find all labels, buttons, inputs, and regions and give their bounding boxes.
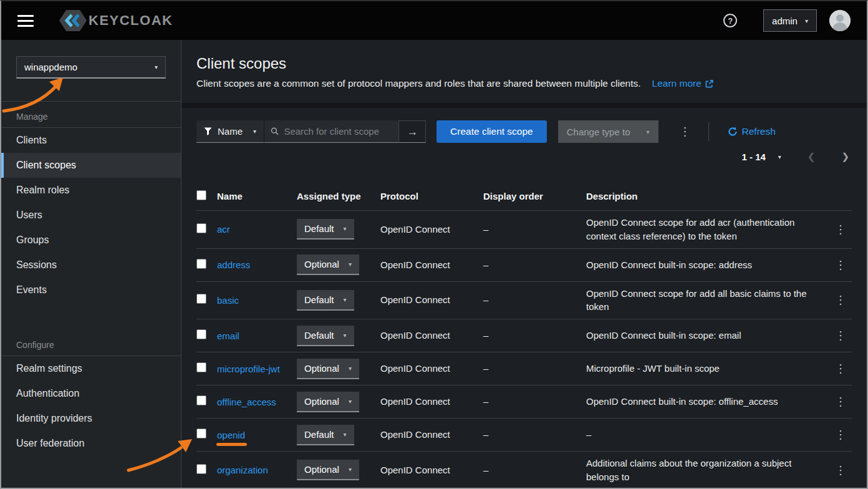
row-kebab-button[interactable]: ⋮ [829, 361, 852, 377]
description-cell: OpenID Connect built-in scope: email [586, 329, 829, 342]
avatar[interactable] [829, 10, 851, 31]
nav-section-manage: ManageClientsClient scopesRealm rolesUse… [1, 102, 181, 303]
column-header-protocol: Protocol [380, 191, 483, 201]
nav-section-label: Manage [1, 102, 181, 127]
refresh-link[interactable]: Refresh [728, 126, 776, 137]
sidebar-item-realm-roles[interactable]: Realm roles [1, 178, 181, 203]
row-checkbox[interactable] [196, 294, 206, 304]
table-row-basic: basicDefault▾OpenID Connect–OpenID Conne… [196, 282, 852, 320]
toolbar-kebab-button[interactable]: ⋮ [675, 123, 696, 140]
learn-more-link[interactable]: Learn more [652, 78, 714, 89]
search-submit-button[interactable]: → [398, 120, 426, 143]
column-header-display-order: Display order [483, 191, 586, 201]
row-checkbox[interactable] [196, 223, 206, 233]
sidebar-item-users[interactable]: Users [1, 203, 181, 228]
sidebar-item-client-scopes[interactable]: Client scopes [1, 153, 181, 178]
sidebar-item-sessions[interactable]: Sessions [1, 253, 181, 278]
realm-selector[interactable]: winappdemo ▾ [16, 56, 166, 79]
refresh-label: Refresh [742, 126, 776, 137]
display-order-cell: – [483, 258, 586, 272]
row-checkbox[interactable] [196, 464, 206, 474]
search-input[interactable] [284, 126, 392, 137]
assigned-type-select[interactable]: Default▾ [297, 219, 354, 240]
chevron-down-icon: ▾ [349, 398, 352, 405]
table-row-organization: organizationOptional▾OpenID Connect–Addi… [196, 452, 852, 489]
help-icon[interactable]: ? [723, 14, 737, 27]
row-checkbox[interactable] [196, 395, 206, 405]
filter-icon [204, 127, 212, 135]
description-cell: Microprofile - JWT built-in scope [586, 362, 829, 375]
scope-name-link[interactable]: address [217, 259, 250, 270]
assigned-type-select[interactable]: Optional▾ [297, 254, 359, 275]
change-type-dropdown[interactable]: Change type to ▾ [558, 120, 658, 143]
learn-more-label: Learn more [652, 78, 702, 89]
row-kebab-button[interactable]: ⋮ [829, 462, 852, 478]
row-checkbox[interactable] [196, 362, 206, 372]
scope-name-link[interactable]: email [217, 331, 239, 341]
assigned-type-select[interactable]: Default▾ [297, 326, 354, 346]
scope-name-link[interactable]: organization [217, 465, 268, 475]
nav-section-label: Configure [1, 330, 181, 356]
row-kebab-button[interactable]: ⋮ [829, 327, 852, 344]
scope-name-link[interactable]: openid [217, 430, 245, 440]
scope-name-link[interactable]: acr [217, 224, 230, 235]
chevron-down-icon: ▾ [344, 225, 347, 232]
protocol-cell: OpenID Connect [380, 463, 483, 477]
pagination-options-toggle[interactable]: ▾ [778, 153, 781, 160]
row-checkbox[interactable] [196, 329, 206, 339]
sidebar-item-identity-providers[interactable]: Identity providers [1, 406, 181, 431]
sidebar-item-realm-settings[interactable]: Realm settings [1, 356, 181, 381]
assigned-type-select[interactable]: Optional▾ [297, 359, 359, 379]
column-header-description: Description [586, 191, 829, 201]
assigned-type-select[interactable]: Default▾ [297, 290, 354, 311]
sidebar-item-events[interactable]: Events [1, 278, 181, 303]
row-checkbox[interactable] [196, 259, 206, 269]
description-cell: – [586, 428, 829, 442]
pagination-next-button[interactable]: ❯ [841, 151, 849, 162]
nav-section-configure: ConfigureRealm settingsAuthenticationIde… [1, 330, 181, 456]
row-kebab-button[interactable]: ⋮ [829, 292, 852, 308]
user-menu-dropdown[interactable]: admin ▾ [763, 9, 817, 32]
table-row-openid: openidDefault▾OpenID Connect––⋮ [196, 419, 852, 452]
scope-name-link[interactable]: offline_access [217, 397, 276, 407]
chevron-down-icon: ▾ [349, 466, 352, 473]
filter-column-toggle[interactable]: Name ▾ [196, 120, 264, 143]
display-order-cell: – [483, 463, 586, 477]
description-cell: Additional claims about the organization… [586, 457, 829, 484]
pagination: 1 - 14 ▾ ❮ ❯ [196, 147, 852, 167]
table-body: acrDefault▾OpenID Connect–OpenID Connect… [196, 211, 852, 489]
assigned-type-value: Optional [304, 464, 339, 475]
chevron-down-icon: ▾ [349, 365, 352, 372]
sidebar: winappdemo ▾ ManageClientsClient scopesR… [1, 40, 181, 489]
external-link-icon [705, 79, 714, 89]
display-order-cell: – [483, 329, 586, 342]
row-kebab-button[interactable]: ⋮ [829, 427, 852, 443]
create-client-scope-button[interactable]: Create client scope [436, 120, 547, 143]
sidebar-item-clients[interactable]: Clients [1, 128, 181, 153]
assigned-type-select[interactable]: Optional▾ [297, 392, 359, 412]
assigned-type-select[interactable]: Optional▾ [297, 460, 359, 480]
page-title: Client scopes [196, 55, 852, 72]
chevron-down-icon: ▾ [349, 261, 352, 268]
pagination-prev-button[interactable]: ❮ [808, 151, 816, 162]
sidebar-item-user-federation[interactable]: User federation [1, 431, 181, 456]
page-description: Client scopes are a common set of protoc… [196, 78, 641, 89]
sidebar-item-groups[interactable]: Groups [1, 228, 181, 253]
protocol-cell: OpenID Connect [380, 428, 483, 442]
row-kebab-button[interactable]: ⋮ [829, 221, 852, 238]
user-menu-label: admin [772, 16, 798, 26]
assigned-type-select[interactable]: Default▾ [297, 425, 354, 445]
sidebar-item-authentication[interactable]: Authentication [1, 381, 181, 406]
row-checkbox[interactable] [196, 428, 206, 438]
filter-toggle-label: Name [218, 126, 243, 137]
hamburger-menu-icon[interactable] [17, 12, 34, 30]
select-all-checkbox[interactable] [196, 190, 206, 200]
table-header-row: NameAssigned typeProtocolDisplay orderDe… [196, 182, 852, 211]
scope-name-link[interactable]: microprofile-jwt [217, 364, 280, 374]
table-row-offline-access: offline_accessOptional▾OpenID Connect–Op… [196, 385, 852, 419]
change-type-label: Change type to [567, 127, 630, 137]
row-kebab-button[interactable]: ⋮ [829, 257, 852, 273]
row-kebab-button[interactable]: ⋮ [829, 394, 852, 410]
table-row-email: emailDefault▾OpenID Connect–OpenID Conne… [196, 319, 852, 352]
scope-name-link[interactable]: basic [217, 295, 239, 306]
